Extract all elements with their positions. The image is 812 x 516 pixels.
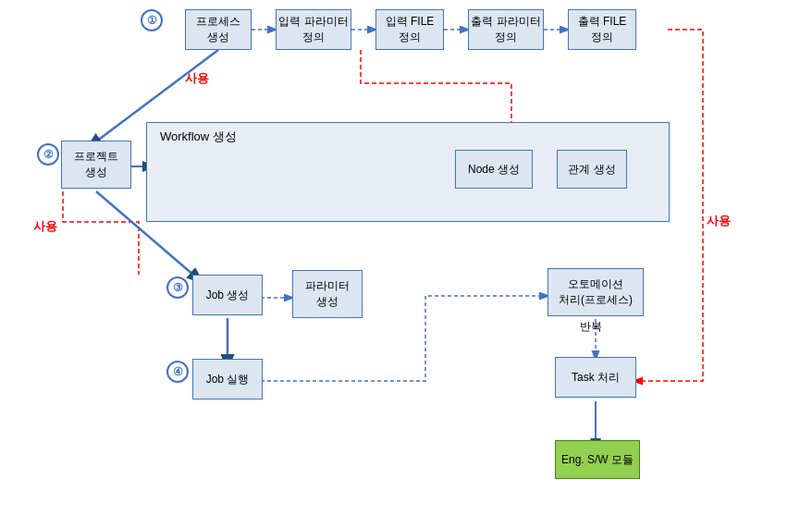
saeyong-label-3: 사용 [707,213,731,229]
circle-2: ② [37,143,59,166]
output-file-box: 출력 FILE정의 [568,9,636,50]
node-gen-box: Node 생성 [455,150,533,189]
automation-box: 오토메이션처리(프로세스) [547,268,644,316]
input-param-box: 입력 파라미터정의 [276,9,351,50]
task-proc-box: Task 처리 [555,357,636,398]
eng-sw-box: Eng. S/W 모듈 [555,440,640,479]
circle-1: ① [141,9,163,31]
job-exec-box: Job 실행 [192,359,263,399]
job-gen-box: Job 생성 [192,275,263,315]
repeat-label: 반복 [580,319,602,335]
output-param-box: 출력 파라미터정의 [468,9,544,50]
circle-4: ④ [166,361,189,383]
saeyong-label-1: 사용 [185,70,209,87]
param-gen-box: 파라미터생성 [292,270,363,318]
project-gen-box: 프로젝트생성 [61,141,131,189]
circle-3: ③ [166,276,189,299]
saeyong-label-2: 사용 [33,218,57,235]
input-file-box: 입력 FILE정의 [375,9,444,50]
process-gen-box: 프로세스생성 [185,9,252,50]
diagram: ① ② ③ ④ 프로세스생성 입력 파라미터정의 입력 FILE정의 출력 파라… [0,0,812,516]
relation-gen-box: 관계 생성 [557,150,627,189]
arrows-svg [0,0,812,516]
